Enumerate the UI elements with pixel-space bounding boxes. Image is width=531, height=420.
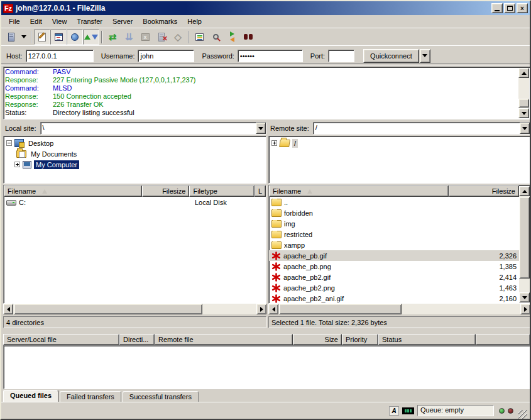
scroll-left-button[interactable]: [268, 304, 278, 314]
port-input[interactable]: [328, 50, 354, 62]
remote-vertical-scrollbar[interactable]: [519, 186, 530, 302]
scrollbar-thumb[interactable]: [279, 304, 402, 314]
column-header-priority[interactable]: Priority: [342, 334, 378, 345]
menu-view[interactable]: View: [47, 16, 72, 26]
column-header-filename[interactable]: Filename: [4, 185, 142, 197]
password-input[interactable]: [238, 50, 303, 62]
column-header-last-modified[interactable]: L: [255, 185, 266, 197]
local-site-combobox[interactable]: \: [40, 122, 266, 135]
file-row[interactable]: apache_pb2.gif2,414: [269, 272, 519, 282]
reconnect-button[interactable]: ◇: [170, 30, 186, 45]
scroll-down-button[interactable]: [519, 292, 530, 302]
directory-comparison-button[interactable]: [224, 30, 240, 45]
remote-horizontal-scrollbar[interactable]: [268, 304, 530, 314]
menu-edit[interactable]: Edit: [25, 16, 47, 26]
tree-item-root[interactable]: /: [270, 138, 528, 148]
tab-failed-transfers[interactable]: Failed transfers: [60, 391, 121, 402]
tree-item-my-documents[interactable]: My Documents: [5, 148, 265, 159]
password-label: Password:: [202, 52, 234, 60]
file-row[interactable]: img: [269, 218, 519, 229]
scroll-up-button[interactable]: [519, 186, 530, 196]
file-row[interactable]: xampp: [269, 240, 519, 250]
file-row[interactable]: restricted: [269, 229, 519, 240]
local-list-body[interactable]: C: Local Disk: [4, 197, 266, 303]
minimize-button[interactable]: [491, 3, 503, 13]
local-status-bar: 4 directories: [3, 316, 266, 328]
local-horizontal-scrollbar[interactable]: [3, 304, 266, 314]
column-header-filesize[interactable]: Filesize: [142, 185, 190, 197]
scroll-right-button[interactable]: [520, 304, 530, 314]
toggle-transfer-queue-button[interactable]: [83, 30, 99, 45]
menu-bookmarks[interactable]: Bookmarks: [138, 16, 182, 26]
resize-grip[interactable]: [518, 410, 527, 419]
site-manager-dropdown-button[interactable]: [19, 30, 29, 45]
expand-expander-icon[interactable]: [14, 162, 20, 167]
local-site-bar: Local site: \: [3, 121, 266, 135]
menu-help[interactable]: Help: [182, 16, 207, 26]
data-type-indicator-icon[interactable]: A: [389, 406, 399, 416]
file-row[interactable]: forbidden: [269, 207, 519, 218]
local-disk-icon: [6, 200, 16, 206]
scrollbar-thumb[interactable]: [14, 304, 202, 314]
quickconnect-dropdown-button[interactable]: [420, 49, 430, 63]
close-button[interactable]: ×: [517, 3, 528, 13]
local-tree-icon: [55, 33, 63, 41]
queue-body[interactable]: [3, 345, 530, 389]
combobox-dropdown-button[interactable]: [520, 123, 530, 134]
scrollbar-thumb[interactable]: [519, 197, 530, 279]
tab-queued-files[interactable]: Queued files: [3, 390, 58, 402]
quickconnect-button[interactable]: Quickconnect: [363, 49, 419, 63]
tree-item-desktop[interactable]: Desktop: [5, 138, 265, 148]
toggle-local-tree-button[interactable]: [50, 30, 67, 45]
column-header-size[interactable]: Size: [293, 334, 342, 345]
menu-server[interactable]: Server: [107, 16, 138, 26]
column-header-direction[interactable]: Directi...: [119, 334, 155, 345]
process-queue-button[interactable]: ⇊: [121, 30, 137, 45]
remote-site-combobox[interactable]: /: [313, 122, 530, 135]
combobox-dropdown-button[interactable]: [256, 123, 266, 134]
column-header-filetype[interactable]: Filetype: [189, 185, 254, 197]
file-row-selected[interactable]: apache_pb.gif2,326: [269, 250, 519, 261]
refresh-button[interactable]: ⇄: [104, 30, 121, 45]
cancel-operation-button[interactable]: x: [137, 30, 153, 45]
speed-limits-indicator-icon[interactable]: [402, 407, 414, 414]
column-header-server-local-file[interactable]: Server/Local file: [3, 334, 119, 345]
remote-site-bar: Remote site: /: [268, 121, 530, 135]
host-input[interactable]: [26, 50, 94, 62]
file-search-button[interactable]: [207, 30, 224, 45]
scrollbar-thumb[interactable]: [518, 99, 529, 108]
site-manager-button[interactable]: [4, 30, 19, 45]
file-row[interactable]: apache_pb.png1,385: [269, 261, 519, 272]
file-row[interactable]: ..: [269, 197, 519, 207]
tree-item-my-computer[interactable]: My Computer: [5, 159, 265, 170]
disconnect-icon: ✕: [158, 33, 165, 41]
scroll-left-button[interactable]: [3, 304, 13, 314]
log-vertical-scrollbar[interactable]: [518, 68, 529, 118]
maximize-button[interactable]: [504, 3, 515, 13]
message-log-body[interactable]: Command:PASV Response:227 Entering Passi…: [4, 67, 530, 119]
column-header-remote-file[interactable]: Remote file: [155, 334, 293, 345]
directory-filters-button[interactable]: [191, 30, 207, 45]
remote-list-body[interactable]: .. forbidden img restricted xampp apache…: [269, 197, 519, 303]
file-row[interactable]: apache_pb2_ani.gif2,160: [269, 293, 519, 303]
synchronized-browsing-button[interactable]: [240, 30, 256, 45]
expand-expander-icon[interactable]: [271, 140, 277, 146]
tab-successful-transfers[interactable]: Successful transfers: [123, 391, 199, 402]
column-header-status[interactable]: Status: [378, 334, 476, 345]
tree-item-label-selected: My Computer: [34, 160, 79, 169]
toggle-message-log-button[interactable]: [34, 30, 50, 45]
username-input[interactable]: [138, 50, 194, 62]
scroll-right-button[interactable]: [256, 304, 266, 314]
scroll-up-button[interactable]: [518, 68, 529, 78]
pencil-icon: [39, 32, 45, 38]
disconnect-button[interactable]: ✕: [153, 30, 170, 45]
menu-file[interactable]: File: [4, 16, 25, 26]
column-header-filename[interactable]: Filename: [269, 185, 449, 197]
collapse-expander-icon[interactable]: [6, 140, 12, 146]
menu-transfer[interactable]: Transfer: [72, 16, 107, 26]
file-row[interactable]: C: Local Disk: [4, 197, 266, 207]
column-header-filesize[interactable]: Filesize: [449, 185, 519, 197]
toggle-remote-tree-button[interactable]: [67, 30, 83, 45]
scroll-down-button[interactable]: [518, 108, 529, 118]
file-row[interactable]: apache_pb2.png1,463: [269, 282, 519, 293]
